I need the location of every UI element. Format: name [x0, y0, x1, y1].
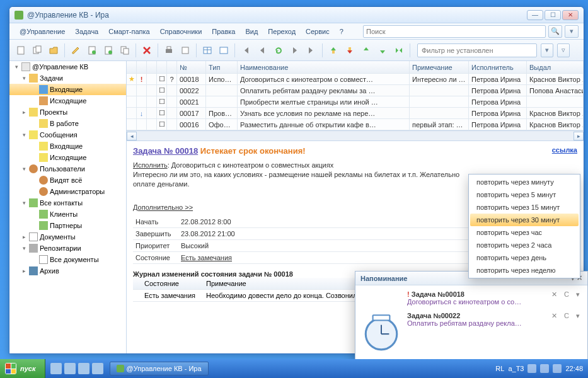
- ql-icon-4[interactable]: [92, 363, 103, 374]
- grid-header-cell[interactable]: [127, 61, 137, 73]
- taskbar-app[interactable]: @Управление КВ - Ира: [110, 362, 209, 375]
- search-button[interactable]: 🔍: [548, 25, 562, 38]
- context-menu[interactable]: повторить через минутуповторить через 5 …: [468, 174, 580, 278]
- grid-header-cell[interactable]: [137, 61, 147, 73]
- first-icon[interactable]: [238, 43, 253, 58]
- tree-node[interactable]: ▸Документы: [9, 231, 126, 243]
- grid-header-cell[interactable]: Исполнитель: [469, 61, 527, 73]
- tree-twisty-icon[interactable]: ▾: [21, 200, 27, 206]
- menu-item[interactable]: ?: [335, 26, 349, 37]
- context-menu-item[interactable]: повторить через 15 минут: [470, 201, 579, 214]
- tree-twisty-icon[interactable]: ▾: [21, 245, 27, 251]
- context-menu-item[interactable]: повторить через неделю: [470, 264, 579, 277]
- ql-icon-2[interactable]: [64, 363, 76, 374]
- grid-header-cell[interactable]: [147, 61, 157, 73]
- scroll-track[interactable]: [137, 132, 574, 140]
- attach-icon[interactable]: [84, 43, 100, 58]
- grid-header-cell[interactable]: Тип: [206, 61, 238, 73]
- search-box[interactable]: [363, 25, 546, 38]
- prev-icon[interactable]: [255, 43, 270, 58]
- more-link[interactable]: Дополнительно >>: [133, 203, 193, 211]
- tree-twisty-icon[interactable]: ▾: [21, 166, 27, 172]
- horizontal-scrollbar[interactable]: ◂ ▸: [127, 130, 584, 140]
- menu-item[interactable]: Справочники: [155, 26, 207, 37]
- context-menu-item[interactable]: повторить через день: [470, 251, 579, 264]
- grid-header-cell[interactable]: Наименование: [238, 61, 410, 73]
- table-row[interactable]: ☐00022Оплатить ребятам раздачу рекламы з…: [127, 85, 584, 96]
- maximize-button[interactable]: ☐: [545, 10, 561, 20]
- nav-tree[interactable]: ▾@Управление КВ▾ЗадачиВходящиеИсходящие▸…: [9, 61, 127, 353]
- minimize-button[interactable]: —: [527, 10, 543, 20]
- context-menu-item[interactable]: повторить через 30 минут: [470, 214, 579, 226]
- tree-node[interactable]: Видят всё: [9, 175, 126, 186]
- up-arrow-icon[interactable]: [326, 43, 341, 58]
- menu-item[interactable]: Смарт-папка: [103, 26, 154, 37]
- tree-twisty-icon[interactable]: ▾: [13, 64, 20, 70]
- close-button[interactable]: ✕: [562, 10, 579, 20]
- task-number-link[interactable]: Задача № 00018: [133, 146, 198, 156]
- menu-item[interactable]: Правка: [207, 26, 240, 37]
- notif-item-link[interactable]: Оплатить ребятам раздачу рекла…: [407, 319, 522, 327]
- tree-node[interactable]: Администраторы: [9, 186, 126, 197]
- grid-header-cell[interactable]: Примечание: [410, 61, 469, 73]
- menu-item[interactable]: Сервис: [301, 26, 335, 37]
- notif-item-actions[interactable]: ✕ C ▾: [551, 290, 582, 299]
- start-button[interactable]: пуск: [0, 359, 45, 378]
- tree-node[interactable]: ▾Репозитарии: [9, 243, 126, 254]
- down-arrow-icon[interactable]: [342, 43, 357, 58]
- tree-twisty-icon[interactable]: ▾: [21, 75, 27, 81]
- list-icon[interactable]: [216, 43, 231, 58]
- tray-icon-3[interactable]: [553, 364, 562, 373]
- ql-icon-3[interactable]: [78, 363, 89, 374]
- print-icon[interactable]: [161, 43, 176, 58]
- tree-node[interactable]: ▾Все контакты: [9, 197, 126, 209]
- grid-header-cell[interactable]: №: [177, 61, 206, 73]
- ql-icon-1[interactable]: [50, 363, 62, 374]
- detail-link[interactable]: ссылка: [552, 146, 577, 154]
- tree-node[interactable]: Входящие: [9, 140, 126, 152]
- context-menu-item[interactable]: повторить через час: [470, 226, 579, 239]
- context-menu-item[interactable]: повторить через 5 минут: [470, 188, 579, 201]
- table-row[interactable]: ★!☐?00018Испо…Договориться с кинотеатром…: [127, 74, 584, 85]
- menu-item[interactable]: Переход: [263, 26, 301, 37]
- add-icon[interactable]: [101, 43, 116, 58]
- down2-icon[interactable]: [375, 43, 390, 58]
- scroll-right-icon[interactable]: ▸: [574, 132, 584, 140]
- context-menu-item[interactable]: повторить через 2 часа: [470, 239, 579, 251]
- delete-icon[interactable]: [139, 43, 154, 58]
- table-row[interactable]: ☐00016Офо…Разместить данные об открытии …: [127, 119, 584, 130]
- refresh-icon[interactable]: [271, 43, 286, 58]
- tree-twisty-icon[interactable]: ▸: [21, 234, 27, 240]
- last-icon[interactable]: [304, 43, 319, 58]
- new-group-icon[interactable]: [30, 43, 45, 58]
- tree-node[interactable]: Клиенты: [9, 209, 126, 220]
- filter-apply-icon[interactable]: ▾: [541, 43, 553, 57]
- filter-clear-icon[interactable]: ▿: [557, 43, 570, 57]
- tree-node[interactable]: Все документы: [9, 254, 126, 265]
- open-icon[interactable]: [46, 43, 61, 58]
- grid-header-cell[interactable]: Выдал: [527, 61, 584, 73]
- tree-twisty-icon[interactable]: ▸: [21, 109, 27, 115]
- tree-node[interactable]: Исходящие: [9, 95, 126, 106]
- edit-icon[interactable]: [68, 43, 83, 58]
- grid-header-cell[interactable]: [167, 61, 177, 73]
- notif-item-actions[interactable]: ✕ C ▾: [551, 312, 582, 320]
- context-menu-item[interactable]: повторить через минуту: [470, 176, 579, 188]
- tree-node[interactable]: ▾Задачи: [9, 72, 126, 84]
- copy-icon[interactable]: [117, 43, 132, 58]
- search-input[interactable]: [366, 28, 543, 35]
- tree-node[interactable]: Исходящие: [9, 152, 126, 163]
- tree-twisty-icon[interactable]: ▾: [21, 132, 27, 138]
- tree-node[interactable]: В работе: [9, 118, 126, 129]
- menu-item[interactable]: @Управление: [14, 26, 70, 37]
- tray-icon-2[interactable]: [540, 364, 549, 373]
- filter-box[interactable]: Фильтр не установлен: [417, 43, 537, 57]
- tree-node[interactable]: ▾Сообщения: [9, 129, 126, 140]
- tray-lang[interactable]: RL: [495, 365, 504, 372]
- table-row[interactable]: ☐00021Приобрести желтые страницы или ино…: [127, 96, 584, 108]
- up2-icon[interactable]: [359, 43, 374, 58]
- next-icon[interactable]: [287, 43, 303, 58]
- tree-node[interactable]: ▾@Управление КВ: [9, 61, 126, 72]
- table-row[interactable]: ↓☐00017Пров…Узнать все условия по реклам…: [127, 108, 584, 119]
- grid-header-cell[interactable]: [157, 61, 167, 73]
